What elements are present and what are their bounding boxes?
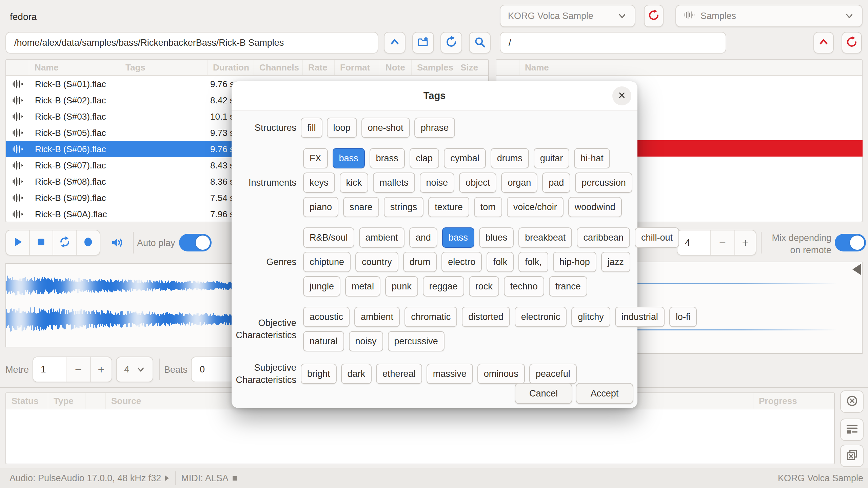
tag-acoustic[interactable]: acoustic [303,307,350,327]
header-channels[interactable]: Channels [254,60,303,75]
tag-glitchy[interactable]: glitchy [571,307,610,327]
tag-distorted[interactable]: distorted [462,307,510,327]
remote-header-name[interactable]: Name [519,60,862,75]
tag-brass[interactable]: brass [370,148,405,168]
tag-and[interactable]: and [409,227,437,248]
header-duration[interactable]: Duration [208,60,254,75]
tag-folk[interactable]: folk, [518,252,548,272]
midi-status[interactable]: MIDI: ALSA [181,473,229,484]
divisions-minus-button[interactable]: − [710,230,734,255]
header-rate[interactable]: Rate [303,60,335,75]
auto-play-toggle[interactable] [179,234,212,251]
tag-bright[interactable]: bright [301,364,337,384]
stop-button[interactable] [30,230,54,255]
tag-clap[interactable]: clap [410,148,439,168]
tag-r-b-soul[interactable]: R&B/soul [303,227,354,248]
metre-plus-button[interactable]: + [90,357,112,382]
tag-dark[interactable]: dark [341,364,372,384]
navigate-up-button[interactable] [384,32,406,54]
tag-snare[interactable]: snare [343,197,379,217]
tag-mallets[interactable]: mallets [373,172,415,193]
tag-hip-hop[interactable]: hip-hop [553,252,596,272]
tag-ethereal[interactable]: ethereal [376,364,422,384]
metre-value[interactable]: 1 [33,357,66,382]
tag-breakbeat[interactable]: breakbeat [518,227,572,248]
divisions-value[interactable]: 4 [677,230,710,255]
loop-button[interactable] [53,230,77,255]
tag-percussion[interactable]: percussion [575,172,632,193]
tag-kick[interactable]: kick [340,172,369,193]
tag-industrial[interactable]: industrial [615,307,665,327]
device-select[interactable]: KORG Volca Sample [500,5,635,27]
tag-voice-choir[interactable]: voice/choir [507,197,564,217]
header-samples[interactable]: Samples [412,60,455,75]
expander-arrow-icon[interactable] [165,475,169,481]
mix-depending-toggle[interactable] [835,234,866,251]
tag-massive[interactable]: massive [427,364,473,384]
tag-drum[interactable]: drum [403,252,437,272]
audio-status[interactable]: Audio: PulseAudio 17.0.0, 48 kHz f32 [9,473,161,484]
tag-fx[interactable]: FX [303,148,328,168]
tag-ambient[interactable]: ambient [359,227,405,248]
header-note[interactable]: Note [380,60,412,75]
volume-button[interactable] [109,236,124,251]
tag-strings[interactable]: strings [384,197,424,217]
tag-reggae[interactable]: reggae [423,276,464,297]
tag-object[interactable]: object [459,172,496,193]
header-size[interactable]: Size [455,60,488,75]
queue-header-type[interactable]: Type [48,393,85,409]
tag-folk[interactable]: folk [487,252,514,272]
tag-chill-out[interactable]: chill-out [635,227,679,248]
tag-piano[interactable]: piano [303,197,338,217]
tag-loop[interactable]: loop [327,118,357,138]
local-path-input[interactable]: /home/alex/data/samples/bass/Rickenbacke… [5,32,378,54]
dialog-close-button[interactable] [612,86,631,105]
header-icon-column[interactable] [496,60,519,75]
new-folder-button[interactable] [412,32,434,54]
metre-denominator-select[interactable]: 4 [116,357,153,382]
tag-caribbean[interactable]: caribbean [577,227,630,248]
tag-trance[interactable]: trance [549,276,587,297]
tag-percussive[interactable]: percussive [388,331,445,351]
clear-finished-button[interactable] [840,445,864,467]
queue-header-progress[interactable]: Progress [753,393,834,409]
header-icon-column[interactable] [6,60,29,75]
tag-lo-fi[interactable]: lo-fi [669,307,697,327]
tag-bass[interactable]: bass [333,148,365,168]
tag-organ[interactable]: organ [501,172,537,193]
tag-guitar[interactable]: guitar [534,148,570,168]
tag-tom[interactable]: tom [474,197,502,217]
tag-ominous[interactable]: ominous [477,364,525,384]
header-tags[interactable]: Tags [120,60,208,75]
tag-punk[interactable]: punk [385,276,418,297]
tag-electro[interactable]: electro [441,252,482,272]
refresh-local-button[interactable] [440,32,462,54]
accept-button[interactable]: Accept [576,383,633,404]
tag-woodwind[interactable]: woodwind [568,197,622,217]
cancel-button[interactable]: Cancel [515,383,572,404]
divisions-plus-button[interactable]: + [734,230,756,255]
play-button[interactable] [6,230,30,255]
remote-navigate-up-button[interactable] [813,32,834,54]
tag-bass[interactable]: bass [442,227,474,248]
remote-path-input[interactable]: / [500,32,726,54]
tag-jungle[interactable]: jungle [303,276,340,297]
tag-texture[interactable]: texture [428,197,469,217]
queue-header-status[interactable]: Status [6,393,48,409]
header-format[interactable]: Format [335,60,380,75]
cancel-transfers-button[interactable] [840,390,864,413]
tag-natural[interactable]: natural [303,331,344,351]
tag-one-shot[interactable]: one-shot [361,118,410,138]
tag-ambient[interactable]: ambient [354,307,400,327]
tag-noise[interactable]: noise [420,172,455,193]
header-name[interactable]: Name [29,60,120,75]
tag-rock[interactable]: rock [469,276,499,297]
beats-input[interactable]: 0 [191,357,234,382]
remote-refresh-button[interactable] [842,32,862,54]
record-button[interactable] [77,230,100,255]
tag-techno[interactable]: techno [504,276,544,297]
playhead-marker-icon[interactable] [852,264,861,275]
view-select[interactable]: Samples [675,5,863,27]
search-button[interactable] [469,32,491,54]
metre-minus-button[interactable]: − [66,357,90,382]
